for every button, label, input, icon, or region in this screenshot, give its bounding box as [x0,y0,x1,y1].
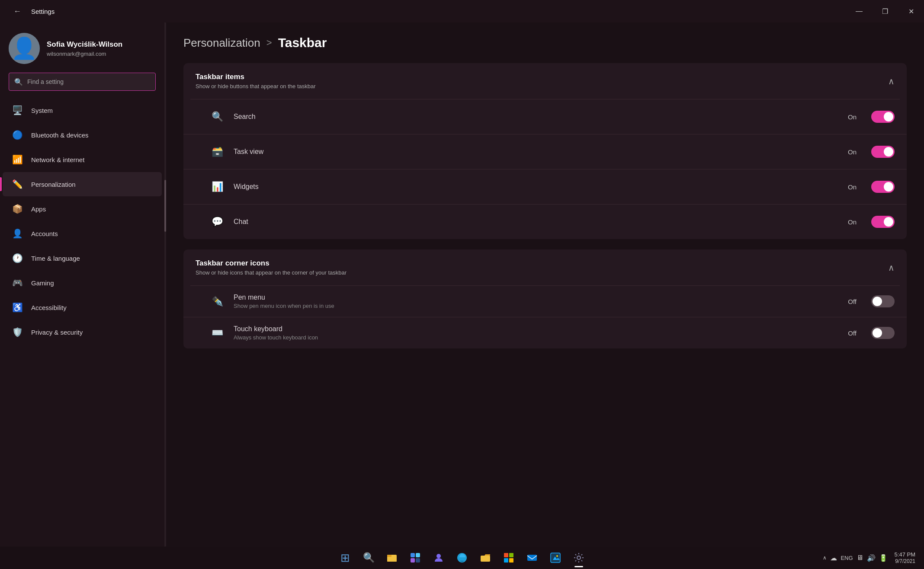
taskbar-search[interactable]: 🔍 [358,547,379,568]
pen-menu-label: Pen menu [234,294,839,301]
pen-menu-desc: Show pen menu icon when pen is in use [234,303,839,309]
taskbar-settings[interactable] [568,547,589,568]
system-icon: 🖥️ [11,104,23,116]
taskview-toggle[interactable] [871,146,895,158]
setting-row-pen-menu: ✒️ Pen menu Show pen menu icon when pen … [183,286,907,317]
sys-tray-icons: ∧ ☁ ENG 🖥 🔊 🔋 [823,554,887,562]
touch-keyboard-state: Off [848,329,857,337]
svg-rect-5 [411,558,415,563]
toggle-knob [884,182,893,192]
taskbar-corner-title: Taskbar corner icons [196,259,346,268]
profile-info: Sofia Wyciślik-Wilson wilsonmark@gmail.c… [47,40,122,57]
sidebar-item-label: Apps [31,205,46,213]
cloud-icon[interactable]: ☁ [830,554,837,562]
taskbar: ⊞ 🔍 [0,547,924,569]
taskbar-items-title: Taskbar items [196,73,316,81]
sidebar-item-bluetooth[interactable]: 🔵 Bluetooth & devices [3,123,162,147]
main-content: Personalization > Taskbar Taskbar items … [166,22,924,547]
sidebar-item-label: System [31,107,53,114]
taskbar-photos[interactable] [545,547,566,568]
profile-section[interactable]: 👤 Sofia Wyciślik-Wilson wilsonmark@gmail… [0,22,164,73]
maximize-button[interactable]: ❐ [872,0,898,22]
back-button[interactable]: ← [9,3,26,20]
chat-toggle[interactable] [871,216,895,228]
sidebar-item-personalization[interactable]: ✏️ Personalization [3,172,162,196]
sidebar-item-label: Accounts [31,230,58,237]
sidebar-item-privacy[interactable]: 🛡️ Privacy & security [3,320,162,344]
setting-row-taskview: 🗃️ Task view On [183,134,907,169]
setting-row-chat: 💬 Chat On [183,204,907,239]
taskbar-file-explorer[interactable] [382,547,402,568]
sidebar-item-accessibility[interactable]: ♿ Accessibility [3,295,162,320]
close-button[interactable]: ✕ [898,0,924,22]
sidebar-item-label: Privacy & security [31,329,83,336]
taskbar-teams[interactable] [428,547,449,568]
search-icon: 🔍 [14,78,23,86]
apps-icon: 📦 [11,203,23,215]
window-controls: — ❐ ✕ [846,0,924,22]
sidebar-item-network[interactable]: 📶 Network & internet [3,147,162,172]
taskbar-mail[interactable] [522,547,542,568]
taskbar-corner-header[interactable]: Taskbar corner icons Show or hide icons … [183,249,907,285]
breadcrumb-current: Taskbar [278,35,327,50]
sidebar-item-time[interactable]: 🕐 Time & language [3,246,162,270]
widgets-toggle[interactable] [871,181,895,193]
taskbar-files[interactable] [475,547,496,568]
minimize-button[interactable]: — [846,0,872,22]
sidebar-item-label: Network & internet [31,156,84,163]
sidebar-item-system[interactable]: 🖥️ System [3,98,162,122]
toggle-knob [884,147,893,157]
taskbar-icons: ⊞ 🔍 [335,547,589,568]
search-toggle[interactable] [871,111,895,123]
pen-menu-state: Off [848,298,857,305]
taskview-setting-icon: 🗃️ [209,144,225,160]
touch-keyboard-toggle[interactable] [871,327,895,339]
language-indicator[interactable]: ENG [841,555,853,561]
widgets-setting-label: Widgets [234,183,839,191]
taskbar-store[interactable] [498,547,519,568]
toggle-knob [884,112,893,121]
pen-menu-toggle[interactable] [871,295,895,307]
chevron-up-icon: ∧ [888,262,895,273]
taskbar-items-subtitle: Show or hide buttons that appear on the … [196,83,316,90]
search-setting-icon: 🔍 [209,109,225,125]
system-clock[interactable]: 5:47 PM 9/7/2021 [895,551,915,564]
toggle-knob [884,217,893,227]
sidebar-item-gaming[interactable]: 🎮 Gaming [3,271,162,295]
clock-date: 9/7/2021 [895,558,915,564]
system-tray: ∧ ☁ ENG 🖥 🔊 🔋 5:47 PM 9/7/2021 [823,551,915,564]
taskbar-corner-section: Taskbar corner icons Show or hide icons … [183,249,907,348]
profile-email: wilsonmark@gmail.com [47,51,122,57]
toggle-knob [873,297,882,306]
touch-keyboard-label: Touch keyboard [234,325,839,333]
search-input[interactable] [27,78,150,85]
chat-setting-icon: 💬 [209,214,225,230]
sidebar-item-accounts[interactable]: 👤 Accounts [3,221,162,246]
sidebar-item-apps[interactable]: 📦 Apps [3,197,162,221]
tray-chevron-icon[interactable]: ∧ [823,555,827,561]
taskbar-edge[interactable] [452,547,472,568]
svg-rect-12 [504,558,508,563]
display-icon[interactable]: 🖥 [857,554,863,562]
breadcrumb: Personalization > Taskbar [183,35,907,50]
sidebar-navigation: 🖥️ System 🔵 Bluetooth & devices 📶 Networ… [0,98,164,547]
svg-rect-1 [387,556,397,562]
breadcrumb-parent[interactable]: Personalization [183,36,260,50]
svg-rect-6 [416,558,420,563]
search-box[interactable]: 🔍 [9,73,156,91]
widgets-state: On [848,183,857,191]
taskbar-items-header[interactable]: Taskbar items Show or hide buttons that … [183,63,907,99]
battery-icon[interactable]: 🔋 [879,554,888,562]
svg-rect-3 [411,553,415,557]
volume-icon[interactable]: 🔊 [867,554,876,562]
taskbar-corner-subtitle: Show or hide icons that appear on the co… [196,269,346,276]
start-button[interactable]: ⊞ [335,547,356,568]
svg-rect-10 [504,553,508,557]
sidebar-item-label: Bluetooth & devices [31,131,89,139]
taskbar-widgets[interactable] [405,547,426,568]
setting-row-search: 🔍 Search On [183,99,907,134]
svg-point-17 [556,555,558,557]
app-container: 👤 Sofia Wyciślik-Wilson wilsonmark@gmail… [0,22,924,547]
widgets-setting-icon: 📊 [209,179,225,195]
sidebar-separator [164,22,166,547]
